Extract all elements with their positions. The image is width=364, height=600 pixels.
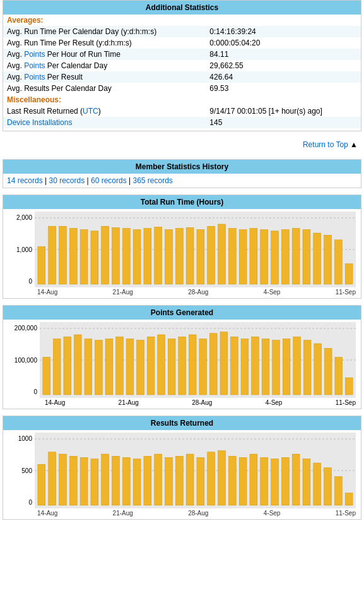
svg-rect-13 (155, 227, 162, 284)
points-bars-svg (40, 322, 356, 398)
return-to-top-section: Return to Top ▲ (0, 136, 364, 153)
x-label: 14-Aug (37, 510, 57, 517)
svg-rect-85 (239, 457, 247, 505)
svg-rect-92 (314, 463, 321, 505)
svg-rect-44 (147, 337, 155, 395)
svg-rect-87 (261, 457, 268, 505)
svg-rect-15 (175, 228, 183, 284)
x-label: 4-Sep (264, 289, 281, 296)
x-label: 21-Aug (113, 510, 133, 517)
results-chart-title: Results Returned (3, 416, 361, 430)
points-x-labels: 14-Aug 21-Aug 28-Aug 4-Sep 11-Sep (3, 398, 361, 409)
run-time-x-labels: 14-Aug 21-Aug 28-Aug 4-Sep 11-Sep (3, 287, 361, 298)
results-bars-svg (35, 433, 356, 508)
avg-points-hour-value: 84.11 (206, 49, 361, 60)
device-installations-label: Device Installations (3, 117, 206, 128)
table-row: Avg. Points Per Hour of Run Time 84.11 (3, 49, 361, 60)
svg-rect-22 (250, 228, 257, 284)
14-records-link[interactable]: 14 records (7, 176, 43, 185)
svg-rect-37 (74, 335, 81, 395)
svg-rect-71 (91, 459, 98, 505)
avg-points-day-label: Avg. Points Per Calendar Day (3, 60, 206, 71)
avg-results-day-label: Avg. Results Per Calendar Day (3, 83, 206, 94)
svg-rect-56 (273, 340, 280, 395)
records-filter: 14 records | 30 records | 60 records | 3… (3, 174, 361, 188)
svg-rect-51 (220, 332, 228, 395)
table-row: Device Installations 145 (3, 117, 361, 128)
table-row: Avg. Run Time Per Calendar Day (y:d:h:m:… (3, 26, 361, 37)
table-row: Avg. Run Time Per Result (y:d:h:m:s) 0:0… (3, 37, 361, 49)
svg-rect-69 (69, 456, 77, 505)
avg-runtime-result-value: 0:000:05:04:20 (206, 37, 361, 49)
run-time-chart-title: Total Run Time (Hours) (3, 195, 361, 209)
svg-rect-43 (137, 340, 144, 395)
svg-rect-29 (324, 235, 332, 284)
svg-rect-91 (303, 459, 310, 505)
points-link-1[interactable]: Points (24, 50, 45, 59)
svg-rect-2 (38, 247, 45, 284)
averages-label-row: Averages: (3, 15, 361, 26)
svg-rect-36 (64, 337, 71, 395)
avg-points-result-value: 426.64 (206, 71, 361, 83)
misc-label-row: Miscellaneous: (3, 94, 361, 105)
svg-rect-10 (122, 228, 130, 284)
x-label: 21-Aug (119, 399, 139, 406)
svg-rect-12 (144, 228, 151, 284)
run-time-bars-svg (35, 212, 356, 287)
svg-rect-49 (199, 339, 207, 395)
svg-rect-89 (281, 457, 289, 505)
additional-stats-section: Additional Statistics Averages: Avg. Run… (3, 0, 361, 131)
avg-points-hour-label: Avg. Points Per Hour of Run Time (3, 49, 206, 60)
x-label: 28-Aug (188, 289, 208, 296)
svg-rect-6 (80, 230, 88, 284)
60-records-link[interactable]: 60 records (91, 176, 127, 185)
svg-rect-80 (186, 454, 194, 505)
svg-rect-76 (144, 456, 151, 505)
svg-rect-73 (112, 456, 120, 505)
svg-rect-26 (292, 228, 300, 284)
avg-runtime-result-label: Avg. Run Time Per Result (y:d:h:m:s) (3, 37, 206, 49)
points-link-2[interactable]: Points (24, 61, 45, 70)
svg-rect-58 (293, 337, 301, 395)
svg-rect-50 (209, 333, 217, 395)
svg-rect-68 (59, 454, 67, 505)
svg-rect-34 (43, 357, 50, 395)
y-label: 1,000 (16, 246, 32, 253)
svg-rect-95 (345, 493, 353, 505)
svg-rect-54 (252, 337, 259, 395)
svg-rect-19 (218, 224, 226, 284)
svg-rect-39 (95, 340, 103, 395)
svg-rect-14 (165, 230, 173, 284)
device-installations-link[interactable]: Device Installations (7, 118, 72, 127)
results-chart: Results Returned 1000 500 0 14-Aug 21-Au… (3, 416, 361, 520)
misc-label: Miscellaneous: (7, 95, 61, 104)
last-result-value: 9/14/17 00:01:05 [1+ hour(s) ago] (206, 105, 361, 117)
stats-table: Averages: Avg. Run Time Per Calendar Day… (3, 15, 361, 128)
table-row: Avg. Results Per Calendar Day 69.53 (3, 83, 361, 94)
30-records-link[interactable]: 30 records (49, 176, 85, 185)
svg-rect-88 (271, 459, 279, 505)
y-label: 0 (28, 278, 32, 285)
avg-results-day-value: 69.53 (206, 83, 361, 94)
return-to-top-link[interactable]: Return to Top (303, 140, 348, 149)
x-label: 21-Aug (113, 289, 133, 296)
svg-rect-55 (262, 339, 269, 395)
x-label: 11-Sep (336, 289, 356, 296)
svg-rect-9 (112, 227, 120, 284)
results-x-labels: 14-Aug 21-Aug 28-Aug 4-Sep 11-Sep (3, 508, 361, 519)
y-label: 0 (28, 499, 32, 506)
points-link-3[interactable]: Points (24, 73, 45, 81)
member-stats-header: Member Statistics History (3, 160, 361, 174)
last-result-label: Last Result Returned (UTC) (3, 105, 206, 117)
svg-rect-31 (345, 264, 353, 284)
y-label: 100,000 (15, 357, 37, 364)
svg-rect-18 (208, 226, 215, 284)
svg-rect-4 (59, 226, 67, 284)
svg-rect-45 (158, 335, 165, 395)
utc-link[interactable]: UTC (83, 107, 98, 116)
svg-rect-66 (38, 464, 45, 505)
x-label: 11-Sep (336, 399, 356, 406)
table-row: Avg. Points Per Calendar Day 29,662.55 (3, 60, 361, 71)
y-label: 0 (33, 388, 37, 395)
365-records-link[interactable]: 365 records (133, 176, 173, 185)
